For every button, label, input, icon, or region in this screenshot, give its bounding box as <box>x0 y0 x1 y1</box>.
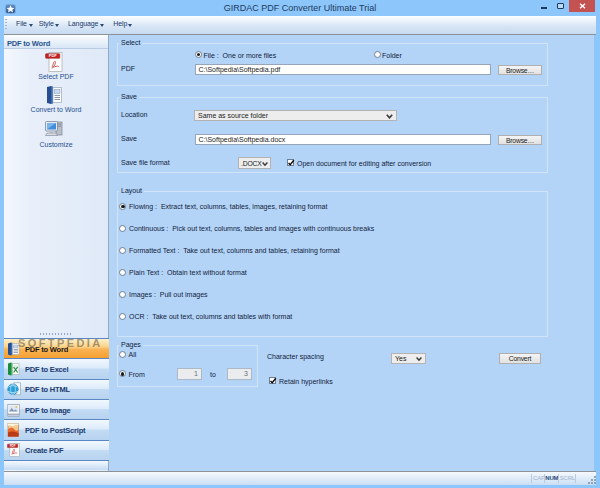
svg-text:PDF: PDF <box>49 53 57 58</box>
svg-text:PDF: PDF <box>10 444 16 448</box>
